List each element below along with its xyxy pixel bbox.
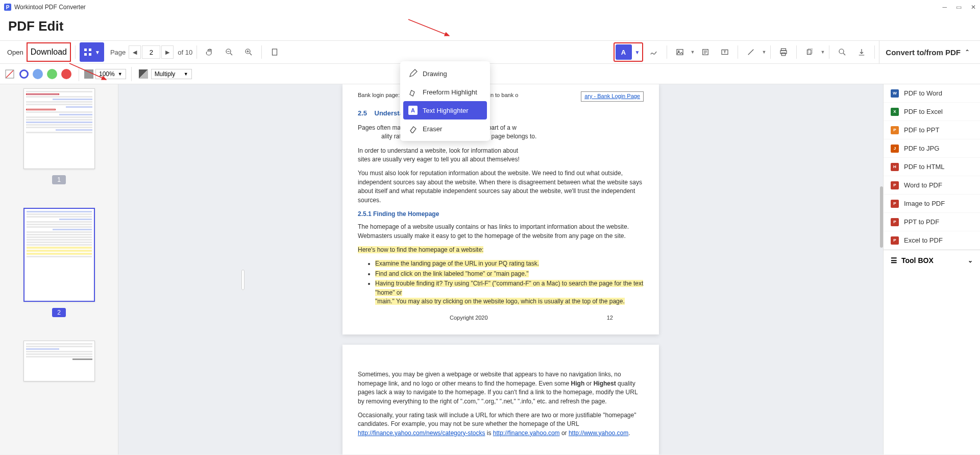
download-button-highlighted[interactable]: Download (27, 42, 71, 62)
scrollbar-thumb[interactable] (880, 186, 883, 248)
para-3: You must also look for reputation inform… (358, 169, 644, 205)
next-page-button[interactable]: ▶ (161, 45, 174, 59)
para-2: In order to understand a website, look f… (358, 147, 644, 164)
image-dropdown-caret[interactable]: ▼ (691, 50, 695, 55)
color-swatch-blue[interactable] (33, 69, 43, 79)
close-button[interactable]: ✕ (971, 4, 976, 11)
note-tool-button[interactable] (697, 43, 714, 61)
convert-item-label: PDF to HTML (904, 163, 944, 171)
bank-link[interactable]: ary - Bank Login Page (584, 93, 640, 99)
link-finance[interactable]: http://finance.yahoo.com (493, 429, 560, 437)
convert-item-label: PDF to PPT (904, 126, 939, 134)
convert-pdf-to-excel[interactable]: XPDF to Excel (884, 103, 980, 121)
maximize-button[interactable]: ▭ (956, 4, 962, 11)
convert-item-label: Image to PDF (904, 200, 945, 207)
svg-rect-0 (84, 49, 87, 51)
pdf-icon: P (891, 181, 899, 189)
convert-item-label: Excel to PDF (904, 236, 943, 244)
open-button[interactable]: Open (4, 46, 27, 58)
blend-select[interactable]: Multiply▼ (151, 69, 192, 79)
para-5: Sometimes, you may be given a webpage or… (358, 370, 644, 406)
convert-label: Convert to/from PDF (886, 48, 961, 57)
dropdown-drawing-label: Drawing (423, 70, 447, 78)
page-footer: Copyright 2020 12 (358, 314, 644, 322)
page-title: PDF Edit (8, 18, 972, 34)
rotate-dropdown-caret[interactable]: ▼ (820, 50, 825, 55)
prev-page-button[interactable]: ◀ (129, 45, 141, 59)
thumbnail-page-2-badge: 2 (52, 308, 66, 317)
convert-pdf-to-jpg[interactable]: JPDF to JPG (884, 139, 980, 158)
convert-ppt-to-pdf[interactable]: PPPT to PDF (884, 213, 980, 231)
zoom-out-button[interactable] (220, 43, 238, 61)
divider (796, 45, 797, 59)
page-label: Page (110, 49, 126, 56)
dropdown-eraser[interactable]: Eraser (403, 119, 487, 138)
opacity-select[interactable]: 100%▼ (95, 69, 126, 79)
howto-line: Here's how to find the homepage of a web… (358, 246, 644, 254)
dropdown-drawing[interactable]: Drawing (403, 64, 487, 83)
titlebar: P Workintool PDF Converter ─ ▭ ✕ (0, 0, 980, 14)
freeform-tool-button[interactable] (645, 43, 663, 61)
opacity-value: 100% (99, 70, 115, 78)
search-button[interactable] (834, 43, 851, 61)
thumbnail-panel: 1 2 (0, 84, 118, 454)
convert-pdf-to-html[interactable]: HPDF to HTML (884, 158, 980, 176)
download-tool-button[interactable] (853, 43, 870, 61)
minimize-button[interactable]: ─ (942, 4, 947, 11)
convert-item-label: PDF to JPG (904, 145, 939, 152)
eraser-icon (408, 124, 418, 133)
image-tool-button[interactable] (671, 43, 689, 61)
convert-header[interactable]: Convert to/from PDF ⌃ (879, 40, 976, 64)
dropdown-text-highlighter[interactable]: A Text Highlighter (403, 101, 487, 119)
link-yahoo[interactable]: http://www.yahoo.com (569, 429, 628, 437)
rotate-button[interactable] (801, 43, 818, 61)
textbox-tool-button[interactable] (716, 43, 733, 61)
print-button[interactable] (775, 43, 792, 61)
convert-excel-to-pdf[interactable]: PExcel to PDF (884, 231, 980, 250)
thumbnail-page-2[interactable] (23, 208, 95, 302)
caret-down-icon: ▼ (95, 50, 100, 55)
howto-list: Examine the landing page of the URL in y… (358, 259, 644, 306)
divider (261, 45, 262, 59)
divider (770, 45, 771, 59)
pdf-icon: P (891, 200, 899, 208)
thumbnail-page-3[interactable] (23, 341, 95, 381)
convert-item-label: PDF to Excel (904, 108, 943, 115)
highlight-dropdown-caret[interactable]: ▼ (633, 50, 642, 55)
view-mode-button[interactable]: ▼ (80, 42, 104, 62)
svg-point-16 (839, 49, 844, 54)
hand-tool-button[interactable] (201, 43, 218, 61)
dropdown-freeform[interactable]: Freeform Highlight (403, 83, 487, 101)
link-stocks[interactable]: http://finance.yahoo.com/news/category-s… (358, 429, 485, 437)
panel-resize-grabber[interactable] (241, 270, 244, 290)
convert-word-to-pdf[interactable]: PWord to PDF (884, 176, 980, 195)
document-canvas[interactable]: Bank login page: the purpose is to allow… (118, 84, 883, 454)
highlight-tool-button[interactable]: A (616, 44, 632, 60)
convert-pdf-to-ppt[interactable]: PPDF to PPT (884, 121, 980, 139)
pdf-page-2: Bank login page: the purpose is to allow… (342, 84, 659, 334)
svg-rect-3 (89, 53, 91, 56)
toolbox-header[interactable]: ☰ Tool BOX ⌄ (884, 250, 980, 270)
svg-line-20 (6, 70, 13, 78)
color-swatch-green[interactable] (47, 69, 57, 79)
howto-li1: Examine the landing page of the URL in y… (375, 260, 539, 267)
html-icon: H (891, 163, 899, 171)
line-dropdown-caret[interactable]: ▼ (762, 50, 766, 55)
app-logo-icon: P (4, 4, 11, 11)
line-tool-button[interactable] (742, 43, 760, 61)
convert-pdf-to-word[interactable]: WPDF to Word (884, 84, 980, 103)
highlight-dropdown-menu: Drawing Freeform Highlight A Text Highli… (400, 61, 490, 141)
thumbnail-page-1[interactable] (23, 88, 95, 169)
opacity-group: 100%▼ (79, 67, 132, 81)
howto-li2: Find and click on the link labeled "home… (375, 270, 529, 277)
convert-image-to-pdf[interactable]: PImage to PDF (884, 195, 980, 213)
no-color-button[interactable] (4, 65, 15, 83)
page-number-input[interactable]: 2 (142, 45, 160, 59)
word-icon: W (891, 89, 899, 98)
color-swatch-red[interactable] (61, 69, 71, 79)
color-swatch-outline[interactable] (19, 69, 29, 79)
pdf-icon: P (891, 236, 899, 245)
fit-page-button[interactable] (266, 43, 283, 61)
highlight-tool-group-highlighted: A ▼ (614, 42, 643, 62)
zoom-in-button[interactable] (240, 43, 257, 61)
